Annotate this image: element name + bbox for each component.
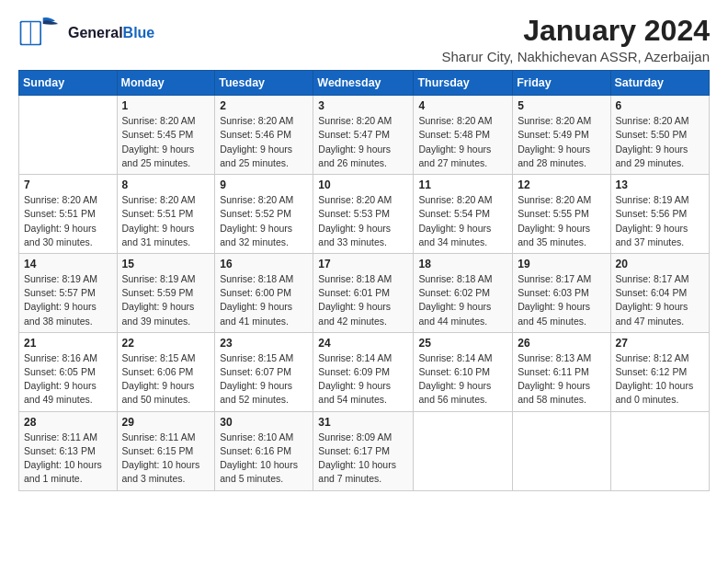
calendar-cell: 5Sunrise: 8:20 AM Sunset: 5:49 PM Daylig… <box>513 96 610 175</box>
calendar-table: SundayMondayTuesdayWednesdayThursdayFrid… <box>18 70 710 490</box>
calendar-cell: 29Sunrise: 8:11 AM Sunset: 6:15 PM Dayli… <box>117 411 215 490</box>
calendar-cell: 15Sunrise: 8:19 AM Sunset: 5:59 PM Dayli… <box>117 253 215 332</box>
calendar-cell: 28Sunrise: 8:11 AM Sunset: 6:13 PM Dayli… <box>19 411 118 490</box>
day-number: 2 <box>220 99 308 112</box>
week-row-3: 14Sunrise: 8:19 AM Sunset: 5:57 PM Dayli… <box>19 253 710 332</box>
calendar-cell <box>610 411 710 490</box>
day-info: Sunrise: 8:20 AM Sunset: 5:47 PM Dayligh… <box>318 114 408 170</box>
day-number: 26 <box>518 337 605 350</box>
day-info: Sunrise: 8:20 AM Sunset: 5:53 PM Dayligh… <box>318 193 408 249</box>
day-info: Sunrise: 8:20 AM Sunset: 5:48 PM Dayligh… <box>418 114 507 170</box>
day-info: Sunrise: 8:11 AM Sunset: 6:13 PM Dayligh… <box>24 431 112 487</box>
day-info: Sunrise: 8:09 AM Sunset: 6:17 PM Dayligh… <box>318 431 408 487</box>
calendar-cell: 23Sunrise: 8:15 AM Sunset: 6:07 PM Dayli… <box>215 332 313 411</box>
calendar-cell: 24Sunrise: 8:14 AM Sunset: 6:09 PM Dayli… <box>313 332 414 411</box>
day-info: Sunrise: 8:18 AM Sunset: 6:00 PM Dayligh… <box>220 272 308 328</box>
page: GeneralBlue January 2024 Sharur City, Na… <box>0 0 728 506</box>
logo-svg <box>18 15 64 52</box>
calendar-cell <box>513 411 610 490</box>
day-number: 4 <box>418 99 507 112</box>
day-info: Sunrise: 8:19 AM Sunset: 5:57 PM Dayligh… <box>24 272 112 328</box>
calendar-cell: 18Sunrise: 8:18 AM Sunset: 6:02 PM Dayli… <box>414 253 513 332</box>
day-info: Sunrise: 8:14 AM Sunset: 6:10 PM Dayligh… <box>418 351 507 408</box>
month-title: January 2024 <box>441 15 710 47</box>
calendar-cell: 22Sunrise: 8:15 AM Sunset: 6:06 PM Dayli… <box>117 332 215 411</box>
title-block: January 2024 Sharur City, Nakhichevan AS… <box>441 15 710 64</box>
day-number: 20 <box>616 258 705 270</box>
day-info: Sunrise: 8:18 AM Sunset: 6:01 PM Dayligh… <box>318 272 408 328</box>
calendar-cell: 2Sunrise: 8:20 AM Sunset: 5:46 PM Daylig… <box>215 96 313 175</box>
day-number: 9 <box>220 178 308 191</box>
calendar-cell: 1Sunrise: 8:20 AM Sunset: 5:45 PM Daylig… <box>117 96 215 175</box>
logo-general: GeneralBlue <box>68 25 154 41</box>
day-number: 23 <box>220 337 308 350</box>
day-info: Sunrise: 8:18 AM Sunset: 6:02 PM Dayligh… <box>418 272 507 328</box>
day-number: 30 <box>220 416 308 429</box>
day-info: Sunrise: 8:20 AM Sunset: 5:50 PM Dayligh… <box>616 114 705 170</box>
calendar-cell: 17Sunrise: 8:18 AM Sunset: 6:01 PM Dayli… <box>313 253 414 332</box>
day-info: Sunrise: 8:20 AM Sunset: 5:54 PM Dayligh… <box>418 193 507 249</box>
week-row-1: 1Sunrise: 8:20 AM Sunset: 5:45 PM Daylig… <box>19 96 710 175</box>
header: GeneralBlue January 2024 Sharur City, Na… <box>18 15 710 64</box>
day-number: 6 <box>616 99 705 112</box>
calendar-cell: 25Sunrise: 8:14 AM Sunset: 6:10 PM Dayli… <box>414 332 513 411</box>
day-number: 1 <box>122 99 210 112</box>
calendar-cell <box>19 96 118 175</box>
week-row-2: 7Sunrise: 8:20 AM Sunset: 5:51 PM Daylig… <box>19 175 710 254</box>
day-number: 24 <box>318 337 408 350</box>
day-info: Sunrise: 8:20 AM Sunset: 5:46 PM Dayligh… <box>220 114 308 170</box>
day-number: 3 <box>318 99 408 112</box>
calendar-cell: 9Sunrise: 8:20 AM Sunset: 5:52 PM Daylig… <box>215 175 313 254</box>
day-number: 21 <box>24 337 112 350</box>
day-info: Sunrise: 8:16 AM Sunset: 6:05 PM Dayligh… <box>24 351 112 408</box>
day-info: Sunrise: 8:15 AM Sunset: 6:07 PM Dayligh… <box>220 351 308 408</box>
week-row-5: 28Sunrise: 8:11 AM Sunset: 6:13 PM Dayli… <box>19 411 710 490</box>
calendar-cell: 21Sunrise: 8:16 AM Sunset: 6:05 PM Dayli… <box>19 332 118 411</box>
day-number: 7 <box>24 178 112 191</box>
day-number: 8 <box>122 178 210 191</box>
day-info: Sunrise: 8:17 AM Sunset: 6:04 PM Dayligh… <box>616 272 705 328</box>
day-info: Sunrise: 8:20 AM Sunset: 5:51 PM Dayligh… <box>122 193 210 249</box>
calendar-cell: 11Sunrise: 8:20 AM Sunset: 5:54 PM Dayli… <box>414 175 513 254</box>
calendar-cell: 16Sunrise: 8:18 AM Sunset: 6:00 PM Dayli… <box>215 253 313 332</box>
day-info: Sunrise: 8:11 AM Sunset: 6:15 PM Dayligh… <box>122 431 210 487</box>
calendar-cell: 27Sunrise: 8:12 AM Sunset: 6:12 PM Dayli… <box>610 332 710 411</box>
logo-text-block: GeneralBlue <box>68 25 154 41</box>
calendar-cell: 13Sunrise: 8:19 AM Sunset: 5:56 PM Dayli… <box>610 175 710 254</box>
day-number: 10 <box>318 178 408 191</box>
calendar-cell: 12Sunrise: 8:20 AM Sunset: 5:55 PM Dayli… <box>513 175 610 254</box>
calendar-cell: 4Sunrise: 8:20 AM Sunset: 5:48 PM Daylig… <box>414 96 513 175</box>
day-info: Sunrise: 8:20 AM Sunset: 5:52 PM Dayligh… <box>220 193 308 249</box>
day-number: 15 <box>122 258 210 270</box>
day-number: 27 <box>616 337 705 350</box>
day-info: Sunrise: 8:15 AM Sunset: 6:06 PM Dayligh… <box>122 351 210 408</box>
weekday-header-monday: Monday <box>117 71 215 96</box>
calendar-cell <box>414 411 513 490</box>
day-number: 18 <box>418 258 507 270</box>
day-number: 22 <box>122 337 210 350</box>
calendar-cell: 10Sunrise: 8:20 AM Sunset: 5:53 PM Dayli… <box>313 175 414 254</box>
weekday-header-friday: Friday <box>513 71 610 96</box>
location-title: Sharur City, Nakhichevan ASSR, Azerbaija… <box>441 49 710 64</box>
day-number: 29 <box>122 416 210 429</box>
day-info: Sunrise: 8:20 AM Sunset: 5:51 PM Dayligh… <box>24 193 112 249</box>
calendar-cell: 14Sunrise: 8:19 AM Sunset: 5:57 PM Dayli… <box>19 253 118 332</box>
day-number: 11 <box>418 178 507 191</box>
day-info: Sunrise: 8:20 AM Sunset: 5:49 PM Dayligh… <box>518 114 605 170</box>
day-number: 25 <box>418 337 507 350</box>
weekday-header-row: SundayMondayTuesdayWednesdayThursdayFrid… <box>19 71 710 96</box>
calendar-cell: 20Sunrise: 8:17 AM Sunset: 6:04 PM Dayli… <box>610 253 710 332</box>
day-info: Sunrise: 8:19 AM Sunset: 5:56 PM Dayligh… <box>616 193 705 249</box>
day-info: Sunrise: 8:12 AM Sunset: 6:12 PM Dayligh… <box>616 351 705 408</box>
calendar-cell: 6Sunrise: 8:20 AM Sunset: 5:50 PM Daylig… <box>610 96 710 175</box>
calendar-cell: 8Sunrise: 8:20 AM Sunset: 5:51 PM Daylig… <box>117 175 215 254</box>
day-info: Sunrise: 8:10 AM Sunset: 6:16 PM Dayligh… <box>220 431 308 487</box>
calendar-cell: 26Sunrise: 8:13 AM Sunset: 6:11 PM Dayli… <box>513 332 610 411</box>
day-number: 28 <box>24 416 112 429</box>
day-info: Sunrise: 8:13 AM Sunset: 6:11 PM Dayligh… <box>518 351 605 408</box>
day-number: 16 <box>220 258 308 270</box>
day-number: 12 <box>518 178 605 191</box>
day-info: Sunrise: 8:14 AM Sunset: 6:09 PM Dayligh… <box>318 351 408 408</box>
day-number: 13 <box>616 178 705 191</box>
day-number: 19 <box>518 258 605 270</box>
